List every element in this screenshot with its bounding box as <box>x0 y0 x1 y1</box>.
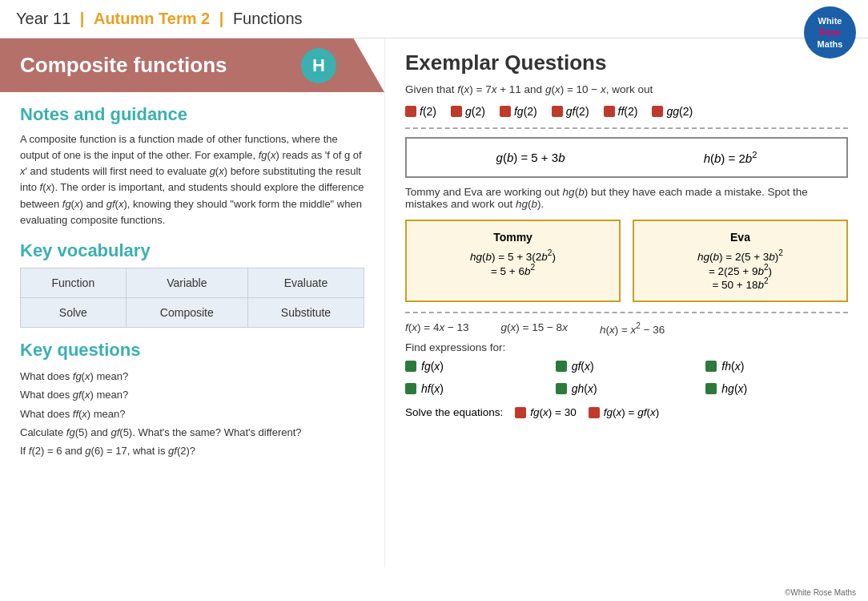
expr-icon <box>705 361 717 372</box>
func-item: ff(2) <box>604 105 638 118</box>
pipe-1: | <box>80 10 85 27</box>
page-header: Year 11 | Autumn Term 2 | Functions Whit… <box>0 0 868 38</box>
eva-work: hg(b) = 2(5 + 3b)2 = 2(25 + 9b2) = 50 + … <box>646 248 834 291</box>
dashed-divider <box>405 127 848 129</box>
expr-icon <box>405 383 416 394</box>
func-item: gg(2) <box>652 105 693 118</box>
solve-label: Solve the equations: <box>405 406 503 418</box>
vocab-cell: Evaluate <box>247 268 364 297</box>
exemplar-title: Exemplar Questions <box>405 50 848 75</box>
func-icon <box>405 106 416 117</box>
page-breadcrumb: Year 11 | Autumn Term 2 | Functions <box>16 10 303 28</box>
tommy-eva-row: Tommy hg(b) = 5 + 3(2b2) = 5 + 6b2 Eva h… <box>405 220 848 302</box>
dashed-divider-2 <box>405 312 848 313</box>
solve-item-2: fg(x) = gf(x) <box>589 406 659 418</box>
hb-definition: h(b) = 2b2 <box>704 150 757 165</box>
tommy-name: Tommy <box>419 231 607 244</box>
vocab-cell: Function <box>21 268 127 297</box>
tommy-work: hg(b) = 5 + 3(2b2) = 5 + 6b2 <box>419 248 607 276</box>
expr-item: hf(x) <box>405 382 548 395</box>
eva-name: Eva <box>646 231 834 244</box>
difficulty-badge: H <box>301 48 336 83</box>
func-icon <box>451 106 462 117</box>
func-icon <box>652 106 663 117</box>
question-item: If f(2) = 6 and g(6) = 17, what is gf(2)… <box>20 442 364 460</box>
eva-box: Eva hg(b) = 2(5 + 3b)2 = 2(25 + 9b2) = 5… <box>633 220 848 302</box>
gb-definition: g(b) = 5 + 3b <box>496 151 565 164</box>
tommy-eva-intro: Tommy and Eva are working out hg(b) but … <box>405 186 848 210</box>
solve-icon <box>589 407 600 418</box>
expr-icon <box>405 361 416 372</box>
vocab-title: Key vocabulary <box>20 240 364 261</box>
term-label: Autumn Term 2 <box>94 10 210 27</box>
subject-label: Functions <box>233 10 303 27</box>
question-item: What does ff(x) mean? <box>20 405 364 423</box>
main-content: Composite functions H Notes and guidance… <box>0 38 868 567</box>
hx-def: h(x) = x2 − 36 <box>600 321 665 336</box>
solve-icon <box>515 407 526 418</box>
expr-item: fg(x) <box>405 360 548 373</box>
right-column: Exemplar Questions Given that f(x) = 7x … <box>384 38 868 567</box>
solve-item-1: fg(x) = 30 <box>515 406 576 418</box>
question-item: What does fg(x) mean? <box>20 367 364 385</box>
func-item: fg(2) <box>500 105 537 118</box>
expression-grid: fg(x) gf(x) fh(x) hf(x) gh(x) hg(x) <box>405 360 848 395</box>
left-column: Composite functions H Notes and guidance… <box>0 38 384 567</box>
function-items-row: f(2) g(2) fg(2) gf(2) ff(2) gg(2) <box>405 105 848 118</box>
questions-title: Key questions <box>20 340 364 361</box>
second-example-given: f(x) = 4x − 13 g(x) = 15 − 8x h(x) = x2 … <box>405 321 848 336</box>
func-icon <box>500 106 511 117</box>
question-item: What does gf(x) mean? <box>20 385 364 404</box>
expr-item: hg(x) <box>705 382 848 395</box>
find-expressions-label: Find expressions for: <box>405 341 848 353</box>
expr-icon <box>556 361 567 372</box>
expr-item: fh(x) <box>705 360 848 373</box>
notes-title: Notes and guidance <box>20 104 364 125</box>
func-item: g(2) <box>451 105 485 118</box>
year-label: Year 11 <box>16 10 70 27</box>
solve-row: Solve the equations: fg(x) = 30 fg(x) = … <box>405 406 848 418</box>
fx-def: f(x) = 4x − 13 <box>405 321 469 336</box>
notes-body: A composite function is a function made … <box>20 131 364 228</box>
key-questions-list: What does fg(x) mean? What does gf(x) me… <box>20 367 364 461</box>
expr-item: gf(x) <box>556 360 698 373</box>
expr-icon <box>556 383 567 394</box>
vocab-cell: Solve <box>21 297 127 327</box>
vocab-cell: Substitute <box>247 297 364 327</box>
topic-title: Composite functions <box>20 53 227 78</box>
expr-icon <box>705 383 717 394</box>
copyright-text: ©White Rose Maths <box>785 588 856 597</box>
expr-item: gh(x) <box>556 382 698 395</box>
func-item: gf(2) <box>552 105 589 118</box>
pipe-2: | <box>219 10 224 27</box>
given-text: Given that f(x) = 7x + 11 and g(x) = 10 … <box>405 83 848 95</box>
vocabulary-table: Function Variable Evaluate Solve Composi… <box>20 268 364 328</box>
vocab-cell: Composite <box>126 297 247 327</box>
tommy-box: Tommy hg(b) = 5 + 3(2b2) = 5 + 6b2 <box>405 220 621 302</box>
gx-def: g(x) = 15 − 8x <box>501 321 568 336</box>
func-icon <box>604 106 615 117</box>
left-inner: Notes and guidance A composite function … <box>0 92 384 473</box>
vocab-cell: Variable <box>126 268 247 297</box>
topic-banner: Composite functions H <box>0 38 384 92</box>
white-rose-logo: White Rose Maths <box>804 6 856 58</box>
question-item: Calculate fg(5) and gf(5). What's the sa… <box>20 423 364 442</box>
func-icon <box>552 106 563 117</box>
func-item: f(2) <box>405 105 436 118</box>
functions-definition-box: g(b) = 5 + 3b h(b) = 2b2 <box>405 137 848 178</box>
